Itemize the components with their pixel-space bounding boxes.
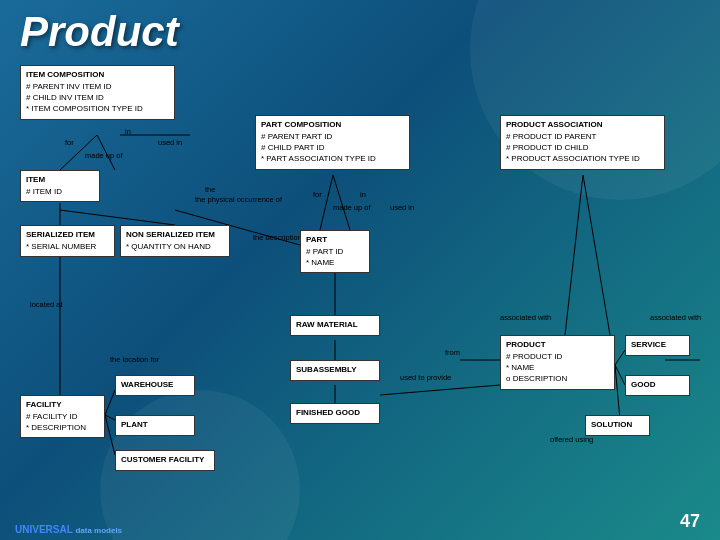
label-in2: in xyxy=(360,190,366,199)
customer-facility-box: CUSTOMER FACILITY xyxy=(115,450,215,471)
brand-name: UNIVERSAL xyxy=(15,524,73,535)
finished-good-title: FINISHED GOOD xyxy=(296,408,374,417)
solution-title: SOLUTION xyxy=(591,420,644,429)
label-used-to-provide: used to provide xyxy=(400,373,451,382)
label-offered-using: offered using xyxy=(550,435,593,444)
svg-line-17 xyxy=(615,350,625,365)
good-title: GOOD xyxy=(631,380,684,389)
product-field-1: # PRODUCT ID xyxy=(506,351,609,362)
svg-line-19 xyxy=(615,365,620,420)
item-title: ITEM xyxy=(26,175,94,184)
warehouse-box: WAREHOUSE xyxy=(115,375,195,396)
logo-subtitle: data models xyxy=(75,526,122,535)
serialized-item-title: SERIALIZED ITEM xyxy=(26,230,109,239)
label-in: in xyxy=(125,127,131,136)
logo-area: UNIVERSAL data models xyxy=(15,524,122,535)
part-field-2: * NAME xyxy=(306,257,364,268)
product-field-3: o DESCRIPTION xyxy=(506,373,609,384)
product-association-box: PRODUCT ASSOCIATION # PRODUCT ID PARENT … xyxy=(500,115,665,170)
facility-field-2: * DESCRIPTION xyxy=(26,422,99,433)
facility-box: FACILITY # FACILITY ID * DESCRIPTION xyxy=(20,395,105,438)
part-box: PART # PART ID * NAME xyxy=(300,230,370,273)
svg-line-3 xyxy=(60,210,175,225)
plant-box: PLANT xyxy=(115,415,195,436)
solution-box: SOLUTION xyxy=(585,415,650,436)
item-composition-field-1: # PARENT INV ITEM ID xyxy=(26,81,169,92)
non-serialized-item-field-1: * QUANTITY ON HAND xyxy=(126,241,224,252)
label-assoc-with: associated with xyxy=(500,313,551,322)
item-composition-field-3: * ITEM COMPOSITION TYPE ID xyxy=(26,103,169,114)
facility-field-1: # FACILITY ID xyxy=(26,411,99,422)
part-field-1: # PART ID xyxy=(306,246,364,257)
product-association-field-2: # PRODUCT ID CHILD xyxy=(506,142,659,153)
product-association-field-1: # PRODUCT ID PARENT xyxy=(506,131,659,142)
svg-line-7 xyxy=(105,415,115,420)
part-composition-field-2: # CHILD PART ID xyxy=(261,142,404,153)
good-box: GOOD xyxy=(625,375,690,396)
label-used-in2: used in xyxy=(390,203,414,212)
customer-facility-title: CUSTOMER FACILITY xyxy=(121,455,209,464)
item-composition-title: ITEM COMPOSITION xyxy=(26,70,169,79)
label-from: from xyxy=(445,348,460,357)
svg-line-18 xyxy=(615,365,625,385)
subassembly-box: SUBASSEMBLY xyxy=(290,360,380,381)
label-assoc-with2: associated with xyxy=(650,313,701,322)
part-title: PART xyxy=(306,235,364,244)
svg-line-8 xyxy=(105,415,115,455)
label-physical: the physical occurrence of xyxy=(195,195,282,204)
svg-line-6 xyxy=(105,390,115,415)
svg-line-15 xyxy=(565,175,583,335)
item-composition-box: ITEM COMPOSITION # PARENT INV ITEM ID # … xyxy=(20,65,175,120)
serialized-item-field-1: * SERIAL NUMBER xyxy=(26,241,109,252)
service-box: SERVICE xyxy=(625,335,690,356)
non-serialized-item-box: NON SERIALIZED ITEM * QUANTITY ON HAND xyxy=(120,225,230,257)
part-composition-box: PART COMPOSITION # PARENT PART ID # CHIL… xyxy=(255,115,410,170)
product-association-field-3: * PRODUCT ASSOCIATION TYPE ID xyxy=(506,153,659,164)
item-field-1: # ITEM ID xyxy=(26,186,94,197)
label-made-up-of2: made up of xyxy=(333,203,371,212)
item-box: ITEM # ITEM ID xyxy=(20,170,100,202)
label-the: the xyxy=(205,185,215,194)
plant-title: PLANT xyxy=(121,420,189,429)
serialized-item-box: SERIALIZED ITEM * SERIAL NUMBER xyxy=(20,225,115,257)
part-composition-field-1: # PARENT PART ID xyxy=(261,131,404,142)
facility-title: FACILITY xyxy=(26,400,99,409)
svg-line-16 xyxy=(583,175,610,335)
product-field-2: * NAME xyxy=(506,362,609,373)
subassembly-title: SUBASSEMBLY xyxy=(296,365,374,374)
part-composition-field-3: * PART ASSOCIATION TYPE ID xyxy=(261,153,404,164)
label-location-for: the location for xyxy=(110,355,159,364)
raw-material-box: RAW MATERIAL xyxy=(290,315,380,336)
svg-line-9 xyxy=(320,175,333,230)
label-used-in: used in xyxy=(158,138,182,147)
raw-material-title: RAW MATERIAL xyxy=(296,320,374,329)
non-serialized-item-title: NON SERIALIZED ITEM xyxy=(126,230,224,239)
item-composition-field-2: # CHILD INV ITEM ID xyxy=(26,92,169,103)
label-for2: for xyxy=(313,190,322,199)
main-content: for made up of in used in the the physic… xyxy=(10,55,710,500)
warehouse-title: WAREHOUSE xyxy=(121,380,189,389)
svg-line-20 xyxy=(380,385,500,395)
product-title: PRODUCT xyxy=(506,340,609,349)
label-for: for xyxy=(65,138,74,147)
page-number: 47 xyxy=(680,511,700,532)
part-composition-title: PART COMPOSITION xyxy=(261,120,404,129)
label-located-at: located at xyxy=(30,300,63,309)
product-association-title: PRODUCT ASSOCIATION xyxy=(506,120,659,129)
service-title: SERVICE xyxy=(631,340,684,349)
product-box: PRODUCT # PRODUCT ID * NAME o DESCRIPTIO… xyxy=(500,335,615,390)
label-made-up-of: made up of xyxy=(85,151,123,160)
finished-good-box: FINISHED GOOD xyxy=(290,403,380,424)
